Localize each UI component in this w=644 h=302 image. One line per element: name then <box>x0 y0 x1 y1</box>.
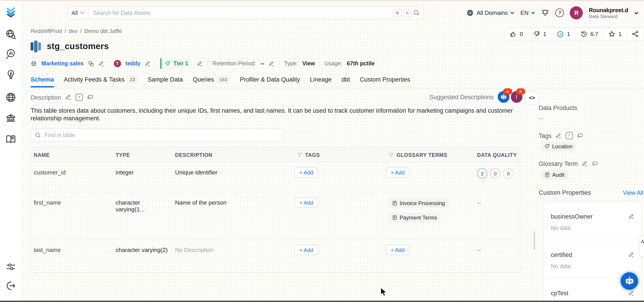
bot-suggestions-avatar[interactable]: 4 <box>498 91 509 103</box>
cmd-key-badge: ⌘ <box>393 9 402 17</box>
edit-description-pencil-icon[interactable] <box>65 94 71 100</box>
notifications-bell-icon[interactable] <box>541 9 550 17</box>
chat-robot-icon <box>624 276 635 286</box>
edit-tags-pencil-icon[interactable] <box>556 133 562 139</box>
app-root: All ⌘ K All Domains EN ? R <box>0 0 644 302</box>
govern-bank-icon[interactable] <box>5 112 17 124</box>
filter-funnel-icon[interactable] <box>297 152 302 158</box>
tier-count: 1 <box>567 31 570 37</box>
tags-comments-icon[interactable] <box>577 133 583 139</box>
tab-sample-data[interactable]: Sample Data <box>148 76 183 84</box>
filter-funnel-icon[interactable] <box>388 152 394 158</box>
downvote-count: 1 <box>543 31 546 37</box>
column-name[interactable]: first_name <box>31 193 113 206</box>
chat-assistant-button[interactable] <box>620 272 638 290</box>
tier-indicator[interactable]: 1 <box>552 28 576 40</box>
language-dropdown[interactable]: EN <box>520 10 535 16</box>
view-all-link[interactable]: View All <box>623 189 643 196</box>
meta-separator <box>320 60 320 67</box>
tag-chip[interactable]: Location <box>541 141 576 152</box>
user-info[interactable]: Rounakpreet.d Data Steward <box>589 7 628 19</box>
add-tag-button[interactable]: + Add <box>294 167 318 178</box>
glossary-term-chip[interactable]: Audit <box>541 170 568 180</box>
tab-lineage[interactable]: Lineage <box>310 76 332 84</box>
request-description-icon[interactable]: ? <box>76 94 82 101</box>
tab-label: Sample Data <box>148 76 183 83</box>
openmetadata-logo-icon[interactable] <box>4 5 18 19</box>
schema-table-header: NAME TYPE DESCRIPTION TAGS GLOSSARY TERM… <box>31 148 520 162</box>
tab-count-badge: 23 <box>127 76 138 83</box>
search-icon[interactable] <box>413 10 420 16</box>
edit-retention-pencil-icon[interactable] <box>269 61 274 67</box>
breadcrumb-service[interactable]: RedshiftProd <box>30 28 62 34</box>
owner-link[interactable]: teddy <box>126 60 141 67</box>
add-glossary-term-button[interactable]: + Add <box>386 245 410 255</box>
scrollbar-thumb[interactable] <box>534 231 535 250</box>
chevron-down-icon[interactable] <box>634 11 638 15</box>
global-search-bar: All ⌘ K <box>67 6 424 19</box>
settings-sliders-icon[interactable] <box>5 261 17 273</box>
explore-icon[interactable] <box>5 28 17 40</box>
tab-dbt[interactable]: dbt <box>342 76 350 84</box>
glossary-term-chip[interactable]: Payment Terms <box>388 213 440 223</box>
user-suggestions-avatar[interactable]: I 6 <box>510 91 522 103</box>
bot-suggestions-count: 4 <box>503 88 512 95</box>
user-name: Rounakpreet.d <box>589 7 628 13</box>
tests-passed-badge[interactable]: 2 <box>477 168 488 179</box>
user-avatar[interactable]: R <box>570 6 583 19</box>
collapsed-widget-handle[interactable] <box>639 236 644 257</box>
add-glossary-term-button[interactable]: + Add <box>386 167 410 178</box>
page-title: stg_customers <box>47 42 109 51</box>
breadcrumb-database[interactable]: dev <box>69 28 78 34</box>
upvote-button[interactable]: 0 <box>505 28 528 40</box>
tests-aborted-badge[interactable]: 0 <box>503 168 514 179</box>
tab-activity-feeds[interactable]: Activity Feeds & Tasks23 <box>64 76 138 84</box>
column-name[interactable]: last_name <box>31 240 113 253</box>
column-name[interactable]: customer_id <box>31 162 113 176</box>
edit-property-pencil-icon[interactable] <box>629 214 634 220</box>
share-button[interactable] <box>627 28 644 40</box>
global-search-input[interactable] <box>89 10 393 16</box>
share-icon <box>632 31 638 37</box>
domains-dropdown[interactable]: All Domains <box>466 9 514 17</box>
edit-property-pencil-icon[interactable] <box>629 252 634 258</box>
chevron-down-icon <box>531 11 535 15</box>
find-in-table-input[interactable] <box>44 131 279 139</box>
book-icon <box>392 201 398 206</box>
custom-properties-title: Custom Properties <box>539 189 591 196</box>
request-tags-icon[interactable]: ? <box>566 132 573 139</box>
version-button[interactable]: 6.7 <box>576 28 604 40</box>
tab-queries[interactable]: Queries163 <box>193 76 230 84</box>
edit-owner-pencil-icon[interactable] <box>145 61 151 67</box>
toggle-right-panel-button[interactable]: <> <box>525 91 539 105</box>
custom-property: certified No data <box>544 240 641 278</box>
edit-property-pencil-icon[interactable] <box>629 290 634 296</box>
edit-glossary-pencil-icon[interactable] <box>582 161 588 167</box>
tab-schema[interactable]: Schema <box>30 76 54 84</box>
tab-count-badge: 163 <box>217 76 230 83</box>
insights-bulb-icon[interactable] <box>5 69 17 81</box>
glossary-comments-icon[interactable] <box>592 161 598 167</box>
star-button[interactable]: 1 <box>604 28 627 40</box>
help-icon[interactable]: ? <box>556 9 564 17</box>
add-tag-button[interactable]: + Add <box>294 197 318 208</box>
description-text: This table stores data about customers, … <box>30 107 518 122</box>
breadcrumb-schema[interactable]: Demo dbt Jaffle <box>84 28 122 34</box>
glossary-term-chip[interactable]: Invoice Processing <box>388 198 448 208</box>
downvote-button[interactable]: 1 <box>528 28 552 40</box>
add-tag-button[interactable]: + Add <box>294 245 318 255</box>
tests-failed-badge[interactable]: 0 <box>490 168 500 179</box>
comments-icon[interactable] <box>87 94 94 100</box>
domains-globe-icon[interactable] <box>5 91 17 103</box>
logout-icon[interactable] <box>5 280 17 292</box>
edit-tier-pencil-icon[interactable] <box>197 61 203 67</box>
edit-domain-pencil-icon[interactable] <box>98 61 104 67</box>
tier-chip[interactable]: Tier 1 <box>160 58 192 69</box>
tab-profiler[interactable]: Profiler & Data Quality <box>240 76 300 84</box>
search-scope-select[interactable]: All <box>68 7 89 19</box>
domain-link[interactable]: Marketing sales <box>42 60 84 67</box>
column-description: Unique identifier <box>172 162 294 176</box>
observability-icon[interactable] <box>5 48 17 60</box>
learning-book-icon[interactable] <box>5 133 17 145</box>
tab-custom-properties[interactable]: Custom Properties <box>360 76 410 84</box>
